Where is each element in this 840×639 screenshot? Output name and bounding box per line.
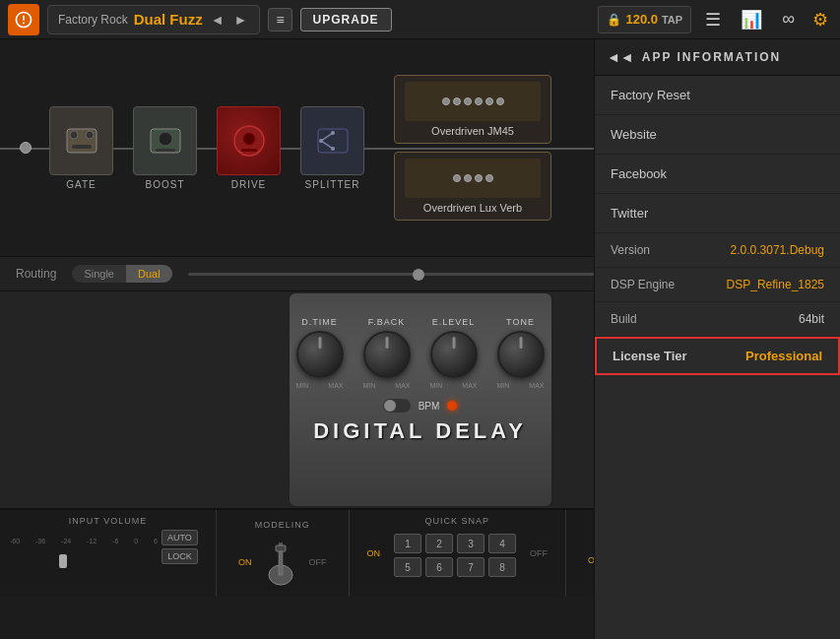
menu-button[interactable]: ≡ — [268, 8, 291, 32]
prev-preset-button[interactable]: ◄ — [209, 12, 226, 28]
fback-label: F.BACK — [368, 317, 406, 327]
bpm-value: 120.0 — [625, 12, 658, 27]
right-panel: ◄◄ APP INFORMATION Factory Reset Website… — [594, 39, 840, 639]
modeling-on-label[interactable]: ON — [238, 557, 252, 567]
preset-name: Dual Fuzz — [134, 11, 203, 28]
upgrade-button[interactable]: UPGRADE — [300, 8, 392, 32]
build-key: Build — [611, 312, 637, 326]
preset-area: Factory Rock Dual Fuzz ◄ ► — [47, 5, 260, 34]
svg-point-15 — [331, 147, 335, 151]
guitar-silhouette — [266, 538, 295, 587]
bpm-text: BPM — [419, 401, 440, 412]
svg-point-2 — [86, 131, 94, 139]
snap-off-label[interactable]: OFF — [530, 548, 548, 558]
menu-twitter[interactable]: Twitter — [595, 194, 840, 233]
svg-rect-6 — [156, 149, 175, 152]
chain-item-gate[interactable]: GATE — [49, 106, 113, 190]
pedal-splitter[interactable] — [300, 106, 364, 175]
input-volume-section: INPUT VOLUME -60 -36 -24 -12 -6 0 6 — [0, 510, 217, 597]
snap-2[interactable]: 2 — [425, 534, 453, 553]
routing-slider-handle[interactable] — [413, 269, 424, 281]
modeling-off-col: OFF — [301, 551, 335, 573]
elevel-knob[interactable] — [430, 331, 478, 378]
bpm-area: 🔒 120.0 TAP — [598, 6, 691, 33]
auto-lock-col: AUTO LOCK — [162, 530, 198, 564]
bpm-toggle-row: BPM — [383, 399, 458, 413]
svg-point-5 — [159, 132, 172, 146]
tone-knob[interactable] — [497, 331, 545, 378]
modeling-on-off: ON — [230, 551, 260, 573]
fx-column: Overdriven JM45 Overdriven Lux Verb — [394, 75, 551, 221]
svg-point-8 — [243, 133, 255, 145]
snap-6[interactable]: 6 — [425, 557, 453, 577]
snap-on-label[interactable]: ON — [367, 548, 381, 558]
snap-3[interactable]: 3 — [457, 534, 485, 553]
dtime-knob[interactable] — [296, 331, 344, 378]
version-row: Version 2.0.0.3071.Debug — [595, 233, 840, 268]
pedal-gate[interactable] — [49, 106, 113, 175]
snap-4[interactable]: 4 — [488, 534, 516, 553]
bpm-toggle[interactable] — [383, 399, 411, 413]
fx-top-jm45 — [405, 82, 541, 121]
setlist-icon[interactable]: ☰ — [699, 9, 727, 31]
snap-8[interactable]: 8 — [488, 557, 516, 577]
fback-knob[interactable] — [363, 331, 411, 378]
drive-label: DRIVE — [231, 179, 267, 190]
license-val: Professional — [745, 349, 822, 363]
boost-label: BOOST — [145, 179, 184, 190]
lock-button[interactable]: LOCK — [162, 548, 198, 564]
modeling-title: MODELING — [255, 520, 310, 530]
fx-name-jm45: Overdriven JM45 — [405, 125, 541, 137]
led-indicator — [447, 401, 457, 411]
knob-elevel: E.LEVEL MINMAX — [430, 317, 478, 389]
dsp-row: DSP Engine DSP_Refine_1825 — [595, 268, 840, 302]
knob-tone: TONE MINMAX — [497, 317, 545, 389]
back-arrow-icon[interactable]: ◄◄ — [607, 49, 634, 65]
license-key: License Tier — [613, 349, 687, 363]
modeling-section: MODELING ON OFF — [217, 510, 350, 597]
delay-title: DIGITAL DELAY — [313, 418, 527, 444]
version-key: Version — [611, 243, 650, 257]
snap-1[interactable]: 1 — [394, 534, 421, 553]
svg-point-14 — [331, 131, 335, 135]
fx-overdriven-lux[interactable]: Overdriven Lux Verb — [394, 152, 551, 221]
input-jack — [20, 142, 32, 154]
modeling-off-label[interactable]: OFF — [309, 557, 327, 567]
snap-5[interactable]: 5 — [394, 557, 421, 577]
menu-website[interactable]: Website — [595, 115, 840, 155]
input-vol-title: INPUT VOLUME — [10, 516, 206, 526]
snap-grid: 1 2 3 4 5 6 7 8 — [394, 534, 516, 577]
app-logo — [8, 4, 39, 35]
fx-overdriven-jm45[interactable]: Overdriven JM45 — [394, 75, 551, 144]
version-val: 2.0.0.3071.Debug — [731, 243, 824, 257]
knob-row: D.TIME MINMAX F.BACK MINMAX E.LEVEL MINM… — [296, 317, 545, 389]
single-tab[interactable]: Single — [72, 265, 126, 283]
dtime-label: D.TIME — [301, 317, 338, 327]
dsp-val: DSP_Refine_1825 — [727, 278, 824, 291]
tuner-icon[interactable]: 📊 — [735, 9, 768, 31]
auto-button[interactable]: AUTO — [162, 530, 198, 545]
preset-bank: Factory Rock — [58, 13, 128, 27]
svg-point-1 — [70, 131, 78, 139]
settings-icon[interactable]: ⚙ — [808, 9, 832, 31]
menu-facebook[interactable]: Facebook — [595, 155, 840, 194]
knob-fback: F.BACK MINMAX — [363, 317, 411, 389]
tap-button[interactable]: TAP — [662, 14, 682, 26]
snap-7[interactable]: 7 — [457, 557, 485, 577]
dsp-key: DSP Engine — [611, 278, 675, 291]
chain-item-boost[interactable]: BOOST — [133, 106, 197, 190]
chain-item-splitter[interactable]: SPLITTER — [300, 106, 364, 190]
svg-rect-9 — [241, 149, 257, 152]
chain-item-drive[interactable]: DRIVE — [217, 106, 281, 190]
pedal-boost[interactable] — [133, 106, 197, 175]
splitter-label: SPLITTER — [305, 179, 360, 190]
svg-rect-3 — [72, 145, 92, 149]
tone-label: TONE — [506, 317, 535, 327]
quick-snap-title: QUICK SNAP — [359, 516, 556, 526]
dual-tab[interactable]: Dual — [126, 265, 172, 283]
next-preset-button[interactable]: ► — [232, 12, 250, 28]
svg-rect-18 — [276, 545, 286, 551]
looper-icon[interactable]: ∞ — [776, 9, 801, 30]
pedal-drive[interactable] — [217, 106, 281, 175]
menu-factory-reset[interactable]: Factory Reset — [595, 76, 840, 115]
